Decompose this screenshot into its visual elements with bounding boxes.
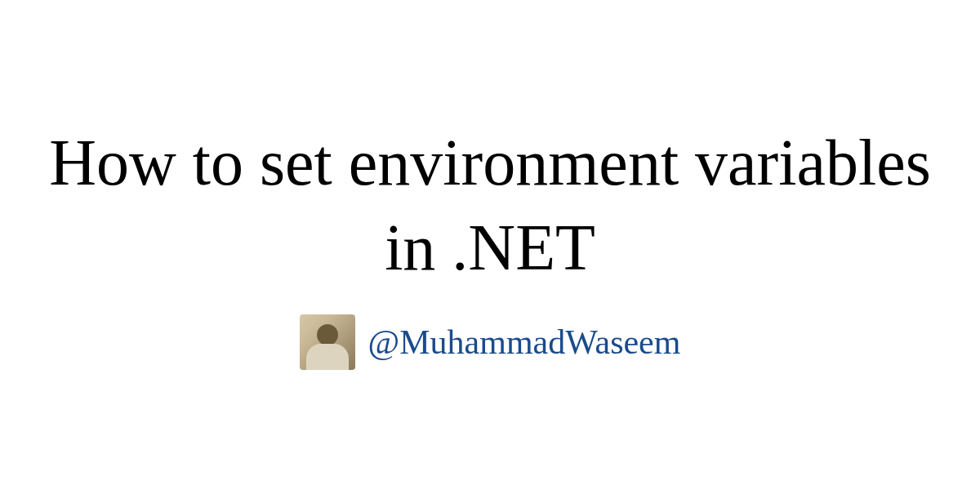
page-title: How to set environment variables in .NET [41,120,939,290]
author-avatar [300,314,355,370]
author-handle[interactable]: @MuhammadWaseem [368,323,681,362]
author-row: @MuhammadWaseem [300,314,681,370]
